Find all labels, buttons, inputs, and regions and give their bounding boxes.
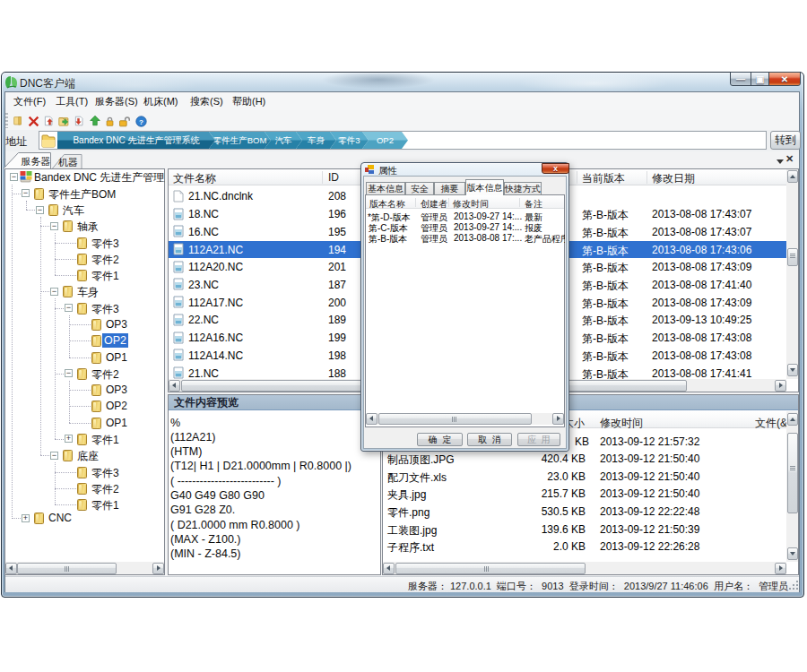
svg-text:?: ? <box>139 118 143 126</box>
